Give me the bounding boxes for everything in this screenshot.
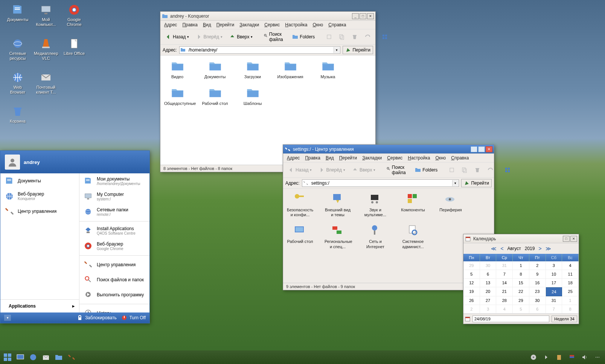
footer-dropdown[interactable]: ▾ [4, 315, 11, 321]
calendar-year[interactable]: 2019 [525, 246, 535, 251]
calendar-day[interactable]: 14 [496, 279, 513, 287]
minimize-button[interactable]: _ [471, 146, 477, 152]
menu-item[interactable]: Закладки [239, 22, 259, 27]
calendar-day[interactable]: 7 [496, 270, 513, 279]
calendar-day[interactable]: 29 [513, 296, 529, 305]
calendar-day[interactable]: 12 [463, 279, 480, 287]
taskbar-mail-icon[interactable] [41, 352, 51, 362]
calendar-day[interactable]: 29 [463, 261, 480, 270]
calendar-day[interactable]: 15 [513, 279, 529, 287]
folder-item[interactable]: Загрузки [239, 59, 266, 79]
view-button[interactable] [502, 166, 513, 174]
calendar-day[interactable]: 8 [562, 305, 579, 314]
desktop-icon-mail[interactable]: Почтовый клиент T... [34, 71, 58, 95]
minimize-button[interactable]: _ [352, 13, 359, 19]
desktop-icon-globe[interactable]: Web Browser [6, 71, 30, 95]
settings-item[interactable]: Рабочий стол [287, 224, 313, 249]
desktop-icon-chrome[interactable]: Google Chrome [62, 4, 86, 27]
menu-item[interactable]: Перейти [339, 155, 357, 161]
calendar-day[interactable]: 22 [513, 287, 529, 296]
calendar-day[interactable]: 16 [529, 279, 546, 287]
tray-clipboard-icon[interactable] [554, 352, 564, 362]
konq-titlebar[interactable]: andrey - Konqueror _ □ ✕ [160, 12, 375, 21]
folder-item[interactable]: Рабочий стол [202, 86, 228, 106]
menu-item[interactable]: Адрес [164, 22, 177, 27]
applications-button[interactable]: Applications ▸ [0, 299, 79, 312]
menu-item[interactable]: Настройка [285, 22, 307, 27]
calendar-day[interactable]: 26 [463, 296, 480, 305]
date-input[interactable] [472, 315, 549, 322]
calendar-day[interactable]: 9 [529, 270, 546, 279]
calendar-day[interactable]: 31 [546, 296, 562, 305]
calendar-day[interactable]: 18 [562, 279, 579, 287]
settings-item[interactable]: Компоненты [400, 193, 426, 217]
calendar-day[interactable]: 31 [496, 261, 513, 270]
prev-year-button[interactable]: ≪ [491, 246, 497, 252]
menu-item[interactable]: Сервис [387, 155, 402, 161]
up-button[interactable]: Вверх▾ [227, 33, 255, 41]
calendar-day[interactable]: 1 [562, 296, 579, 305]
next-year-button[interactable]: ≫ [546, 246, 551, 252]
start-item[interactable]: Сетевые папкиremote:/ [79, 204, 149, 220]
calendar-day[interactable]: 2 [463, 305, 480, 314]
calendar-day[interactable]: 5 [513, 305, 529, 314]
calendar-day[interactable]: 6 [480, 270, 497, 279]
desktop-icon-doc[interactable]: Libre Office [62, 38, 86, 56]
close-button[interactable]: ✕ [486, 146, 492, 152]
settings-item[interactable]: Системное админист... [400, 224, 426, 249]
tray-disc-icon[interactable] [528, 352, 539, 362]
desktop-icon-vlc[interactable]: Медиаплеер VLC [34, 38, 58, 61]
calendar-day[interactable]: 20 [480, 287, 497, 296]
search-button[interactable]: Поиск файла [384, 164, 411, 176]
menu-item[interactable]: Перейти [216, 22, 235, 27]
calendar-month[interactable]: Август [507, 246, 521, 251]
search-button[interactable]: Поиск файла [261, 30, 288, 43]
menu-item[interactable]: Справка [451, 155, 469, 161]
calendar-day[interactable]: 24 [546, 287, 562, 296]
start-item[interactable]: My Computersystem:/ [79, 189, 149, 204]
tray-flag-icon[interactable] [567, 352, 577, 362]
calendar-day[interactable]: 11 [562, 270, 579, 279]
taskbar-folder-icon[interactable] [53, 352, 64, 362]
turnoff-button[interactable]: Turn Off [121, 315, 146, 321]
menu-item[interactable]: Сервис [264, 22, 280, 27]
undo-button[interactable] [485, 166, 496, 174]
start-item[interactable]: Центр управления [0, 204, 79, 219]
folders-button[interactable]: Folders [290, 33, 317, 41]
calendar-day[interactable]: 4 [496, 305, 513, 314]
back-button[interactable]: Назад▾ [285, 166, 314, 174]
calendar-day[interactable]: 25 [562, 287, 579, 296]
settings-item[interactable]: Безопасность и конфи... [287, 193, 313, 217]
close-button[interactable]: ✕ [570, 236, 577, 242]
calendar-day[interactable]: 27 [480, 296, 497, 305]
settings-item[interactable]: Региональные и спец... [325, 224, 351, 249]
address-input[interactable] [179, 46, 341, 54]
taskbar-browser-icon[interactable] [28, 352, 38, 362]
tray-volume-icon[interactable] [579, 352, 590, 362]
addr-dropdown[interactable]: ▾ [334, 47, 340, 53]
desktop-icon-mycomp[interactable]: Мой Компьют... [34, 4, 58, 27]
maximize-button[interactable]: □ [563, 236, 570, 242]
start-item[interactable]: Поиск файлов и папок [79, 272, 149, 287]
address-input[interactable] [302, 179, 459, 187]
calendar-day[interactable]: 3 [546, 261, 562, 270]
menu-item[interactable]: Правка [305, 155, 320, 161]
menu-item[interactable]: Окно [312, 22, 323, 27]
prev-month-button[interactable]: < [500, 246, 503, 252]
undo-button[interactable] [362, 33, 373, 41]
menu-item[interactable]: Вид [203, 22, 211, 27]
folder-item[interactable]: Общедоступные [164, 86, 190, 106]
desktop-icon-docs[interactable]: Документы [6, 4, 30, 22]
settings-titlebar[interactable]: settings:/ - Центр управления _ □ ✕ [283, 145, 494, 154]
next-month-button[interactable]: > [538, 246, 541, 252]
delete-button[interactable] [472, 166, 483, 174]
view-button[interactable] [379, 33, 390, 41]
menu-item[interactable]: Справка [328, 22, 346, 27]
start-item[interactable]: Документы [0, 173, 79, 188]
delete-button[interactable] [349, 33, 360, 41]
settings-item[interactable]: Сеть и Интернет [362, 224, 389, 249]
calendar-day[interactable]: 19 [463, 287, 480, 296]
desktop-icon-trash[interactable]: Корзина [6, 105, 30, 124]
calendar-day[interactable]: 21 [496, 287, 513, 296]
taskbar-desktop-icon[interactable] [15, 352, 26, 362]
